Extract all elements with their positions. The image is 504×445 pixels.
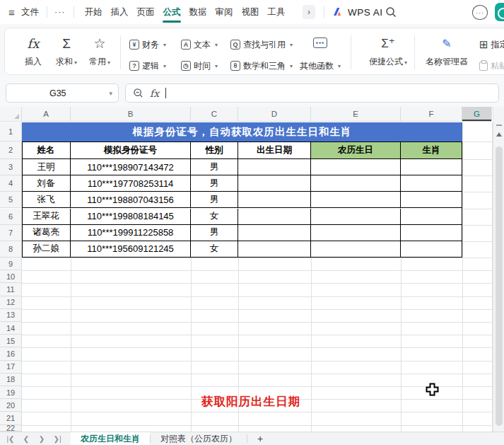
scroll-up-icon[interactable] xyxy=(496,132,502,137)
header-cell[interactable]: 性别 xyxy=(191,141,238,159)
row-header-12[interactable]: 12 xyxy=(0,296,22,309)
menu-tab-8[interactable]: 工具 xyxy=(264,0,288,24)
column-header-C[interactable]: C xyxy=(191,107,238,122)
cell-gender[interactable]: 男 xyxy=(191,175,238,192)
file-menu[interactable]: 文件 xyxy=(21,0,39,24)
row-header-6[interactable]: 6 xyxy=(0,209,22,225)
cell-name[interactable]: 孙二娘 xyxy=(22,241,71,258)
more-commands-button[interactable]: ··· xyxy=(54,0,66,24)
column-header-B[interactable]: B xyxy=(71,107,191,122)
text-functions-button[interactable]: A 文本▾ xyxy=(181,38,218,51)
cell-lunar[interactable] xyxy=(311,225,401,241)
search-icon[interactable] xyxy=(385,0,397,24)
cell-zodiac[interactable] xyxy=(401,175,462,192)
cell-birthdate[interactable] xyxy=(238,209,311,225)
cell-id[interactable]: 110***195609121245 xyxy=(71,241,191,258)
cell-name[interactable]: 刘备 xyxy=(22,175,71,192)
select-all-corner[interactable] xyxy=(0,107,22,122)
row-header-1[interactable]: 1 xyxy=(0,122,22,141)
cell-lunar[interactable] xyxy=(311,159,401,175)
row-header-9[interactable]: 9 xyxy=(0,258,22,270)
cell-id[interactable]: 110***198807043156 xyxy=(71,192,191,208)
table-title-cell[interactable]: 根据身份证号，自动获取农历出生生日和生肖 xyxy=(22,122,462,141)
cloud-sync-icon[interactable]: ··· xyxy=(472,5,488,20)
cell-gender[interactable]: 男 xyxy=(191,225,238,241)
header-cell[interactable]: 姓名 xyxy=(22,141,71,159)
other-functions-button[interactable]: 其他函数▾ xyxy=(300,59,341,72)
cell-birthdate[interactable] xyxy=(238,175,311,192)
header-cell[interactable]: 农历生日 xyxy=(311,141,401,159)
cell-gender[interactable]: 男 xyxy=(191,192,238,208)
add-sheet-button[interactable]: + xyxy=(257,433,263,444)
column-header-F[interactable]: F xyxy=(401,107,462,122)
menu-tab-1[interactable]: 开始 xyxy=(81,0,105,24)
sheet-tab[interactable]: 对照表（公历农历） xyxy=(151,432,247,445)
cell-birthdate[interactable] xyxy=(238,225,311,241)
paste-names-button[interactable]: 粘贴 xyxy=(479,59,504,72)
math-trig-functions-button[interactable]: θ 数学和三角▾ xyxy=(230,59,293,72)
cell-lunar[interactable] xyxy=(311,192,401,208)
cell-zodiac[interactable] xyxy=(401,225,462,241)
row-header-13[interactable]: 13 xyxy=(0,309,22,322)
menu-tab-3[interactable]: 页面 xyxy=(134,0,158,24)
cell-name[interactable]: 王翠花 xyxy=(22,209,71,225)
menu-tab-5[interactable]: 数据 xyxy=(186,0,210,24)
time-functions-button[interactable]: ◷ 时间▾ xyxy=(181,59,218,72)
row-header-20[interactable]: 20 xyxy=(0,399,22,412)
row-header-10[interactable]: 10 xyxy=(0,270,22,283)
common-functions-button[interactable]: ☆ 常用▾ xyxy=(83,34,116,71)
row-header-22[interactable]: 22 xyxy=(0,425,22,432)
row-header-14[interactable]: 14 xyxy=(0,322,22,335)
note-text[interactable]: 获取阳历出生日期 xyxy=(191,393,311,410)
column-header-E[interactable]: E xyxy=(311,107,401,122)
formula-input[interactable]: fx xyxy=(125,83,499,103)
row-header-11[interactable]: 11 xyxy=(0,283,22,296)
cell-reference-box[interactable]: G35 ▾ xyxy=(6,83,119,103)
cell-gender[interactable]: 女 xyxy=(191,241,238,258)
header-cell[interactable]: 模拟身份证号 xyxy=(71,141,191,159)
cell-zodiac[interactable] xyxy=(401,192,462,208)
next-sheet-icon[interactable]: ❯ xyxy=(34,435,49,443)
scrollbar-thumb[interactable] xyxy=(496,146,503,426)
cell-id[interactable]: 110***199911225858 xyxy=(71,225,191,241)
ai-assistant-button[interactable] xyxy=(495,3,504,21)
row-header-7[interactable]: 7 xyxy=(0,225,22,241)
row-header-17[interactable]: 17 xyxy=(0,361,22,374)
cell-lunar[interactable] xyxy=(311,209,401,225)
cell-id[interactable]: 110***199808184145 xyxy=(71,209,191,225)
row-header-15[interactable]: 15 xyxy=(0,335,22,347)
row-header-18[interactable]: 18 xyxy=(0,374,22,386)
column-header-G[interactable]: G xyxy=(462,107,492,122)
menu-tab-2[interactable]: 插入 xyxy=(107,0,131,24)
cell-name[interactable]: 诸葛亮 xyxy=(22,225,71,241)
header-cell[interactable]: 出生日期 xyxy=(238,141,311,159)
more-tabs-button[interactable]: › xyxy=(303,5,315,19)
cell-name[interactable]: 王明 xyxy=(22,159,71,175)
row-header-19[interactable]: 19 xyxy=(0,386,22,399)
first-sheet-icon[interactable]: |❮ xyxy=(3,435,18,443)
row-header-3[interactable]: 3 xyxy=(0,159,22,175)
row-header-16[interactable]: 16 xyxy=(0,347,22,360)
logic-functions-button[interactable]: ? 逻辑▾ xyxy=(129,59,166,72)
cell-id[interactable]: 110***197708253114 xyxy=(71,175,191,192)
vertical-scrollbar[interactable] xyxy=(493,107,504,432)
sheet-tab-active[interactable]: 农历生日和生肖 xyxy=(71,432,150,445)
row-header-8[interactable]: 8 xyxy=(0,241,22,258)
finance-functions-button[interactable]: ¥ 财务▾ xyxy=(129,38,166,51)
row-header-2[interactable]: 2 xyxy=(0,141,22,159)
cell-zodiac[interactable] xyxy=(401,159,462,175)
row-header-4[interactable]: 4 xyxy=(0,175,22,192)
lookup-functions-button[interactable]: Q 查找与引用▾ xyxy=(230,38,293,51)
cell-birthdate[interactable] xyxy=(238,159,311,175)
fx-icon[interactable]: fx xyxy=(150,88,159,99)
column-header-D[interactable]: D xyxy=(238,107,311,122)
last-sheet-icon[interactable]: ❯| xyxy=(49,435,65,443)
cell-lunar[interactable] xyxy=(311,241,401,258)
split-handle[interactable] xyxy=(496,125,502,126)
column-header-A[interactable]: A xyxy=(22,107,71,122)
cell-zodiac[interactable] xyxy=(401,241,462,258)
sum-button[interactable]: Σ 求和▾ xyxy=(50,34,83,71)
insert-function-button[interactable]: fx 插入 xyxy=(17,34,49,71)
spreadsheet-grid[interactable]: ABCDEFG 12345678910111213141516171819202… xyxy=(0,107,504,432)
cell-lunar[interactable] xyxy=(311,175,401,192)
